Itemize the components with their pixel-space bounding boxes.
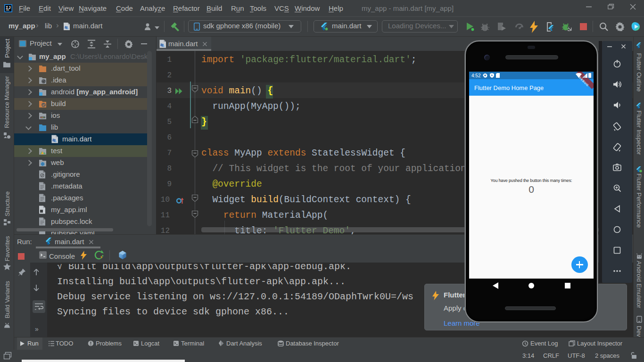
svg-text:IJ: IJ <box>6 6 11 10</box>
